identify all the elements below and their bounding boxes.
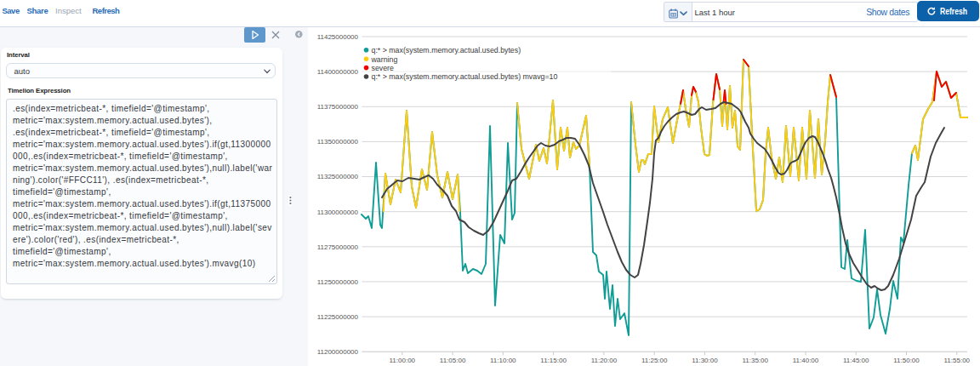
svg-text:severe: severe	[372, 64, 395, 72]
svg-text:11200000000: 11200000000	[317, 348, 359, 356]
svg-text:11325000000: 11325000000	[317, 173, 359, 180]
svg-text:11:55:00: 11:55:00	[944, 357, 971, 364]
svg-text:q:* > max(system.memory.actual: q:* > max(system.memory.actual.used.byte…	[372, 72, 558, 81]
svg-text:11375000000: 11375000000	[317, 103, 359, 111]
svg-text:11:20:00: 11:20:00	[591, 357, 618, 364]
svg-text:11:45:00: 11:45:00	[843, 357, 869, 364]
svg-text:11:10:00: 11:10:00	[490, 357, 516, 364]
svg-text:11:25:00: 11:25:00	[641, 357, 668, 364]
svg-text:11300000000: 11300000000	[317, 209, 359, 216]
svg-text:11225000000: 11225000000	[317, 313, 359, 321]
svg-text:11:30:00: 11:30:00	[692, 357, 718, 364]
svg-text:11250000000: 11250000000	[317, 278, 359, 286]
svg-text:11:35:00: 11:35:00	[742, 357, 768, 364]
svg-text:11:15:00: 11:15:00	[540, 357, 567, 364]
svg-text:q:* > max(system.memory.actual: q:* > max(system.memory.actual.used.byte…	[372, 46, 521, 54]
svg-text:11:00:00: 11:00:00	[390, 357, 416, 364]
svg-text:warning: warning	[371, 55, 398, 64]
svg-text:11400000000: 11400000000	[317, 68, 359, 76]
svg-text:11275000000: 11275000000	[317, 243, 359, 251]
svg-text:11:05:00: 11:05:00	[440, 357, 466, 364]
svg-text:11425000000: 11425000000	[317, 33, 359, 41]
svg-text:11350000000: 11350000000	[317, 138, 359, 146]
svg-text:11:40:00: 11:40:00	[793, 357, 819, 364]
svg-text:11:50:00: 11:50:00	[893, 357, 920, 364]
